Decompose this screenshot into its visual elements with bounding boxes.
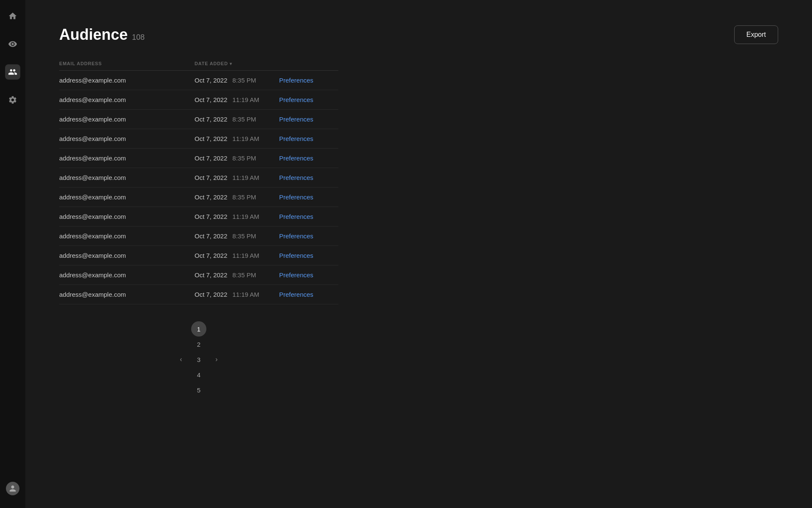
cell-date: Oct 7, 2022 8:35 PM: [195, 116, 279, 123]
cell-time-value: 8:35 PM: [233, 77, 256, 84]
sidebar: [0, 0, 25, 508]
table-row: address@example.com Oct 7, 2022 11:19 AM…: [59, 246, 338, 265]
col-header-action: [279, 61, 338, 66]
cell-time-value: 8:35 PM: [233, 232, 256, 240]
table-row: address@example.com Oct 7, 2022 8:35 PM …: [59, 226, 338, 246]
page-button-1[interactable]: 1: [191, 321, 206, 337]
cell-time-value: 11:19 AM: [233, 252, 259, 259]
cell-email: address@example.com: [59, 77, 195, 84]
col-header-date[interactable]: DATE ADDED ▾: [195, 61, 279, 66]
page-button-3[interactable]: 3: [191, 352, 206, 367]
page-button-4[interactable]: 4: [191, 367, 206, 382]
cell-time-value: 8:35 PM: [233, 193, 256, 201]
cell-date-value: Oct 7, 2022: [195, 232, 228, 240]
cell-email: address@example.com: [59, 232, 195, 240]
export-button[interactable]: Export: [734, 25, 778, 44]
cell-date: Oct 7, 2022 11:19 AM: [195, 291, 279, 298]
cell-date: Oct 7, 2022 8:35 PM: [195, 232, 279, 240]
cell-email: address@example.com: [59, 96, 195, 103]
preferences-link[interactable]: Preferences: [279, 77, 338, 84]
page-title: Audience: [59, 26, 128, 44]
cell-date-value: Oct 7, 2022: [195, 291, 228, 298]
cell-date: Oct 7, 2022 11:19 AM: [195, 174, 279, 181]
cell-email: address@example.com: [59, 116, 195, 123]
sidebar-item-settings[interactable]: [5, 92, 20, 108]
preferences-link[interactable]: Preferences: [279, 252, 338, 259]
preferences-link[interactable]: Preferences: [279, 213, 338, 220]
cell-date-value: Oct 7, 2022: [195, 77, 228, 84]
cell-date-value: Oct 7, 2022: [195, 135, 228, 142]
page-button-2[interactable]: 2: [191, 337, 206, 352]
table-row: address@example.com Oct 7, 2022 8:35 PM …: [59, 188, 338, 207]
cell-time-value: 8:35 PM: [233, 271, 256, 279]
table-row: address@example.com Oct 7, 2022 11:19 AM…: [59, 285, 338, 304]
cell-email: address@example.com: [59, 291, 195, 298]
next-page-button[interactable]: ›: [210, 353, 223, 366]
preferences-link[interactable]: Preferences: [279, 116, 338, 123]
cell-email: address@example.com: [59, 271, 195, 279]
user-avatar[interactable]: [6, 482, 19, 495]
table-row: address@example.com Oct 7, 2022 8:35 PM …: [59, 110, 338, 129]
cell-email: address@example.com: [59, 193, 195, 201]
cell-date-value: Oct 7, 2022: [195, 116, 228, 123]
preferences-link[interactable]: Preferences: [279, 291, 338, 298]
cell-email: address@example.com: [59, 213, 195, 220]
cell-time-value: 11:19 AM: [233, 96, 259, 103]
preferences-link[interactable]: Preferences: [279, 232, 338, 240]
cell-date: Oct 7, 2022 8:35 PM: [195, 155, 279, 162]
table-row: address@example.com Oct 7, 2022 8:35 PM …: [59, 149, 338, 168]
audience-table: EMAIL ADDRESS DATE ADDED ▾ address@examp…: [59, 57, 338, 398]
cell-time-value: 8:35 PM: [233, 116, 256, 123]
cell-date: Oct 7, 2022 11:19 AM: [195, 213, 279, 220]
sidebar-item-audience[interactable]: [5, 64, 20, 80]
table-row: address@example.com Oct 7, 2022 8:35 PM …: [59, 265, 338, 285]
cell-date: Oct 7, 2022 8:35 PM: [195, 193, 279, 201]
page-title-wrap: Audience 108: [59, 26, 145, 44]
table-header: EMAIL ADDRESS DATE ADDED ▾: [59, 57, 338, 71]
preferences-link[interactable]: Preferences: [279, 174, 338, 181]
cell-date: Oct 7, 2022 11:19 AM: [195, 96, 279, 103]
cell-email: address@example.com: [59, 252, 195, 259]
cell-time-value: 11:19 AM: [233, 213, 259, 220]
cell-email: address@example.com: [59, 135, 195, 142]
cell-date-value: Oct 7, 2022: [195, 252, 228, 259]
sidebar-item-analytics[interactable]: [5, 36, 20, 52]
page-buttons: 12345: [191, 321, 206, 398]
audience-count: 108: [132, 33, 145, 42]
cell-time-value: 11:19 AM: [233, 135, 259, 142]
cell-date-value: Oct 7, 2022: [195, 213, 228, 220]
cell-date-value: Oct 7, 2022: [195, 155, 228, 162]
table-row: address@example.com Oct 7, 2022 8:35 PM …: [59, 71, 338, 90]
cell-date: Oct 7, 2022 8:35 PM: [195, 77, 279, 84]
cell-time-value: 11:19 AM: [233, 174, 259, 181]
table-row: address@example.com Oct 7, 2022 11:19 AM…: [59, 129, 338, 149]
preferences-link[interactable]: Preferences: [279, 96, 338, 103]
table-row: address@example.com Oct 7, 2022 11:19 AM…: [59, 168, 338, 188]
pagination: ‹ 12345 ›: [59, 321, 338, 398]
cell-date-value: Oct 7, 2022: [195, 174, 228, 181]
page-button-5[interactable]: 5: [191, 382, 206, 398]
preferences-link[interactable]: Preferences: [279, 271, 338, 279]
cell-date-value: Oct 7, 2022: [195, 96, 228, 103]
cell-date: Oct 7, 2022 11:19 AM: [195, 252, 279, 259]
cell-date: Oct 7, 2022 8:35 PM: [195, 271, 279, 279]
prev-page-button[interactable]: ‹: [174, 353, 188, 366]
table-row: address@example.com Oct 7, 2022 11:19 AM…: [59, 207, 338, 226]
cell-time-value: 8:35 PM: [233, 155, 256, 162]
table-body: address@example.com Oct 7, 2022 8:35 PM …: [59, 71, 338, 304]
table-row: address@example.com Oct 7, 2022 11:19 AM…: [59, 90, 338, 110]
col-header-email: EMAIL ADDRESS: [59, 61, 195, 66]
cell-email: address@example.com: [59, 174, 195, 181]
preferences-link[interactable]: Preferences: [279, 135, 338, 142]
sidebar-item-home[interactable]: [5, 8, 20, 24]
preferences-link[interactable]: Preferences: [279, 193, 338, 201]
cell-date-value: Oct 7, 2022: [195, 193, 228, 201]
preferences-link[interactable]: Preferences: [279, 155, 338, 162]
page-header: Audience 108 Export: [59, 25, 778, 44]
cell-email: address@example.com: [59, 155, 195, 162]
cell-date-value: Oct 7, 2022: [195, 271, 228, 279]
sort-arrow-icon: ▾: [230, 61, 232, 66]
cell-time-value: 11:19 AM: [233, 291, 259, 298]
main-content: Audience 108 Export EMAIL ADDRESS DATE A…: [25, 0, 812, 508]
cell-date: Oct 7, 2022 11:19 AM: [195, 135, 279, 142]
